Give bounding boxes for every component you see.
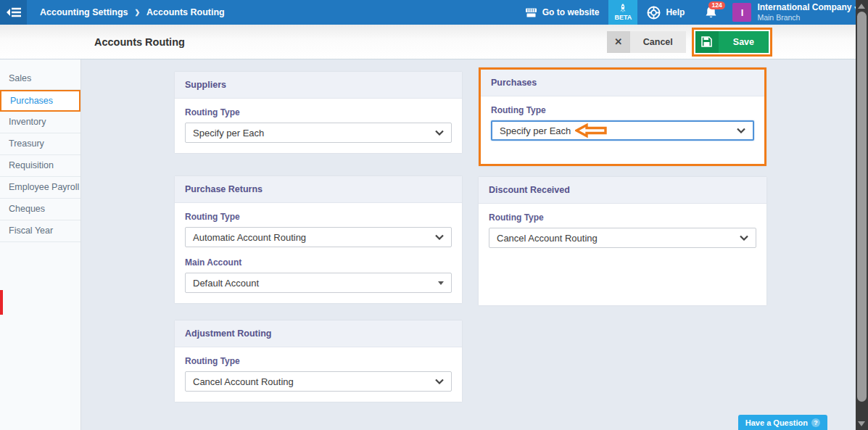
vertical-scrollbar[interactable] xyxy=(856,0,868,430)
have-a-question-button[interactable]: Have a Question ? xyxy=(738,415,827,430)
annotation-arrow-left-icon xyxy=(575,123,607,138)
question-mark-icon: ? xyxy=(811,418,820,427)
save-floppy-icon xyxy=(695,31,719,53)
purchases-routing-type-label: Routing Type xyxy=(491,105,754,115)
scroll-up-icon[interactable] xyxy=(858,4,865,9)
adjustment-routing-type-value: Cancel Account Routing xyxy=(193,376,294,387)
sidebar-item-employee-payroll[interactable]: Employee Payroll xyxy=(0,177,80,199)
sidebar-item-inventory[interactable]: Inventory xyxy=(0,112,80,133)
close-icon: ✕ xyxy=(607,31,630,53)
storefront-icon xyxy=(525,7,537,18)
breadcrumb-accounting-settings[interactable]: Accounting Settings xyxy=(40,7,128,17)
suppliers-card: Suppliers Routing Type Specify per Each xyxy=(175,72,462,153)
company-name: International Company xyxy=(757,2,851,12)
main-account-select[interactable]: Default Account xyxy=(185,273,452,293)
suppliers-routing-type-select[interactable]: Specify per Each xyxy=(185,123,452,143)
menu-fold-icon xyxy=(6,7,22,18)
chevron-down-icon xyxy=(435,234,444,240)
main-area: SalesPurchasesInventoryTreasuryRequisiti… xyxy=(0,59,868,430)
purchases-routing-type-select[interactable]: Specify per Each xyxy=(491,120,754,141)
have-a-question-label: Have a Question xyxy=(745,418,808,427)
adjustment-routing-card-title: Adjustment Routing xyxy=(175,321,462,347)
sidebar-item-cheques[interactable]: Cheques xyxy=(0,199,80,220)
notification-count-badge: 124 xyxy=(708,1,724,9)
purchase-returns-routing-type-value: Automatic Account Routing xyxy=(193,232,306,243)
notifications-button[interactable]: 124 xyxy=(694,0,728,25)
breadcrumb-separator-icon: ❯ xyxy=(135,9,141,16)
discount-received-card-title: Discount Received xyxy=(479,177,766,204)
cancel-button[interactable]: ✕ Cancel xyxy=(607,31,686,53)
go-to-website-link[interactable]: Go to website xyxy=(516,0,609,25)
cancel-button-label: Cancel xyxy=(630,31,686,53)
feedback-tab-strip[interactable] xyxy=(0,290,3,315)
chevron-down-icon xyxy=(435,130,444,136)
purchases-card-highlighted: Purchases Routing Type Specify per Each xyxy=(479,67,766,166)
breadcrumb: Accounting Settings ❯ Accounts Routing xyxy=(27,0,225,25)
beta-label: BETA xyxy=(615,14,632,21)
page-title: Accounts Routing xyxy=(94,36,185,48)
account-info: International Company▾ Main Branch xyxy=(757,3,858,22)
page-header: Accounts Routing ✕ Cancel Save xyxy=(0,25,868,59)
purchase-returns-routing-type-select[interactable]: Automatic Account Routing xyxy=(185,227,452,247)
sidebar-item-requisition[interactable]: Requisition xyxy=(0,155,80,177)
adjustment-routing-card: Adjustment Routing Routing Type Cancel A… xyxy=(175,321,462,402)
main-account-value: Default Account xyxy=(193,278,259,289)
chevron-down-icon xyxy=(737,128,745,133)
right-column: Purchases Routing Type Specify per Each xyxy=(479,67,766,305)
discount-received-routing-type-label: Routing Type xyxy=(489,212,756,223)
caret-down-icon xyxy=(438,281,444,285)
sidebar-item-sales[interactable]: Sales xyxy=(0,68,80,90)
help-button[interactable]: Help xyxy=(637,0,694,25)
adjustment-routing-type-select[interactable]: Cancel Account Routing xyxy=(185,371,452,392)
suppliers-routing-type-value: Specify per Each xyxy=(193,128,264,138)
save-button-label: Save xyxy=(719,31,769,53)
company-name-row: International Company▾ xyxy=(757,3,858,13)
save-button[interactable]: Save xyxy=(695,31,769,53)
branch-name: Main Branch xyxy=(757,13,858,22)
purchases-routing-type-value: Specify per Each xyxy=(500,125,571,136)
settings-content: Suppliers Routing Type Specify per Each … xyxy=(81,59,868,430)
save-button-highlight: Save xyxy=(692,28,772,57)
topbar-spacer xyxy=(225,0,516,25)
top-navigation-bar: Accounting Settings ❯ Accounts Routing G… xyxy=(0,0,868,25)
suppliers-routing-type-label: Routing Type xyxy=(185,107,452,117)
discount-received-routing-type-value: Cancel Account Routing xyxy=(497,233,598,244)
scroll-down-icon[interactable] xyxy=(858,421,865,426)
scrollbar-thumb[interactable] xyxy=(857,12,867,402)
purchases-card-title: Purchases xyxy=(481,70,764,96)
sidebar-item-fiscal-year[interactable]: Fiscal Year xyxy=(0,220,80,242)
discount-received-routing-type-select[interactable]: Cancel Account Routing xyxy=(489,228,756,248)
left-column: Suppliers Routing Type Specify per Each … xyxy=(175,67,462,402)
account-menu[interactable]: I International Company▾ Main Branch xyxy=(728,0,868,25)
go-to-website-label: Go to website xyxy=(542,7,600,17)
purchase-returns-routing-type-label: Routing Type xyxy=(185,212,452,222)
suppliers-card-title: Suppliers xyxy=(175,72,462,99)
purchase-returns-card: Purchase Returns Routing Type Automatic … xyxy=(175,176,462,303)
sidebar-nav: SalesPurchasesInventoryTreasuryRequisiti… xyxy=(0,59,81,430)
purchase-returns-card-title: Purchase Returns xyxy=(175,176,462,203)
breadcrumb-accounts-routing: Accounts Routing xyxy=(146,7,225,17)
collapse-sidebar-button[interactable] xyxy=(0,0,27,25)
discount-received-card: Discount Received Routing Type Cancel Ac… xyxy=(479,177,766,305)
chevron-down-icon xyxy=(435,379,444,384)
main-account-label: Main Account xyxy=(185,257,452,268)
adjustment-routing-type-label: Routing Type xyxy=(185,356,452,366)
help-label: Help xyxy=(666,7,685,17)
beta-button[interactable]: BETA xyxy=(608,0,637,25)
help-lifering-icon xyxy=(647,6,661,20)
sidebar-item-treasury[interactable]: Treasury xyxy=(0,133,80,155)
sidebar-item-purchases[interactable]: Purchases xyxy=(0,90,80,112)
chevron-down-icon xyxy=(740,235,748,241)
rocket-icon xyxy=(619,4,627,13)
company-avatar: I xyxy=(732,3,751,22)
